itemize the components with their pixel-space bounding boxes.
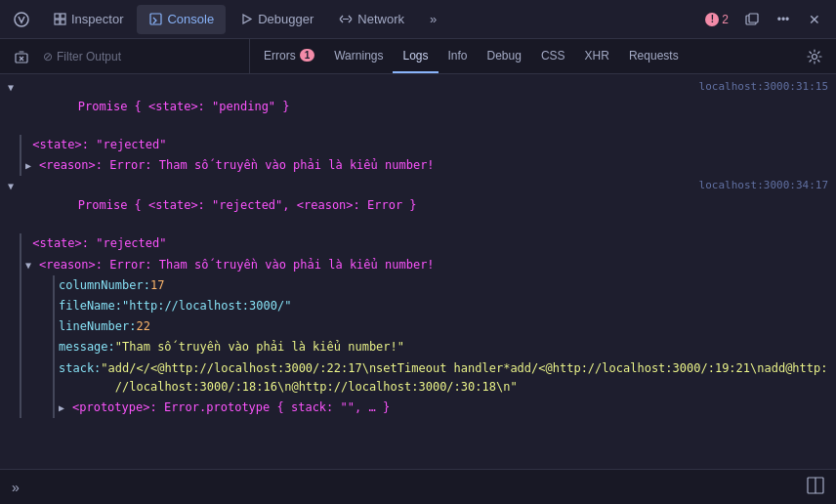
filter-input[interactable] xyxy=(57,50,213,63)
log-line-1b[interactable]: <reason>: Error: Tham số truyền vào phải… xyxy=(21,155,836,176)
log-group-2: Promise { <state>: "rejected", <reason>:… xyxy=(0,177,836,419)
prop-prototype[interactable]: <prototype>: Error.prototype { stack: ""… xyxy=(55,398,836,418)
svg-rect-4 xyxy=(61,20,65,24)
prop-col-key: columnNumber: xyxy=(59,276,150,295)
errors-badge: 1 xyxy=(300,49,315,62)
log-group-header-1[interactable]: Promise { <state>: "pending" } localhost… xyxy=(0,78,836,135)
expand-icon: » xyxy=(12,480,20,495)
filter-warnings-label: Warnings xyxy=(334,49,383,63)
close-btn[interactable]: ✕ xyxy=(801,6,828,33)
network-icon xyxy=(339,13,353,26)
reason-group-2: <reason>: Error: Tham số truyền vào phải… xyxy=(21,255,836,419)
filter-debug-label: Debug xyxy=(487,49,522,63)
filter-tab-css[interactable]: CSS xyxy=(531,39,575,73)
tab-network[interactable]: Network xyxy=(327,5,416,34)
new-window-btn[interactable] xyxy=(738,6,766,33)
toggle-arrow-1[interactable] xyxy=(8,80,21,93)
filter-logs-label: Logs xyxy=(402,49,428,63)
console-output: Promise { <state>: "pending" } localhost… xyxy=(0,74,836,469)
prop-stack-key: stack: xyxy=(59,359,101,378)
inspector-icon xyxy=(53,13,66,26)
tab-network-label: Network xyxy=(357,12,404,26)
filter-css-label: CSS xyxy=(541,49,565,63)
toolbar: ⊘ Errors 1 Warnings Logs Info Debug CSS … xyxy=(0,39,836,74)
prop-col-val: 17 xyxy=(150,276,164,295)
tab-console[interactable]: Console xyxy=(137,5,226,34)
filter-tab-debug[interactable]: Debug xyxy=(478,39,531,73)
log-location-1: localhost:3000:31:15 xyxy=(688,80,828,93)
settings-btn[interactable] xyxy=(801,43,828,70)
reason-properties-2: columnNumber: 17 fileName: "http://local… xyxy=(53,275,836,418)
svg-point-0 xyxy=(15,13,28,26)
prop-message-val: "Tham số truyền vào phải là kiểu number!… xyxy=(115,338,404,357)
svg-point-10 xyxy=(813,54,817,59)
bottom-bar: » xyxy=(0,469,836,504)
svg-marker-6 xyxy=(243,15,251,23)
expand-btn[interactable]: » xyxy=(12,480,20,495)
filter-tab-errors[interactable]: Errors 1 xyxy=(254,39,324,73)
prop-lineno: lineNumber: 22 xyxy=(55,316,836,337)
filter-tab-xhr[interactable]: XHR xyxy=(575,39,619,73)
log-state-1: <state>: "rejected" xyxy=(25,136,167,154)
error-badge: ! 2 xyxy=(699,11,734,28)
prop-filename-key: fileName: xyxy=(59,297,122,315)
prop-lineno-key: lineNumber: xyxy=(59,317,136,336)
svg-rect-5 xyxy=(150,14,161,24)
log-text-1: Promise { <state>: "pending" } xyxy=(78,100,290,113)
filter-tab-requests[interactable]: Requests xyxy=(619,39,689,73)
ellipsis-icon: ••• xyxy=(777,13,790,26)
prop-message-key: message: xyxy=(59,338,115,357)
reason-toggle-2 xyxy=(25,256,39,273)
log-group-header-2[interactable]: Promise { <state>: "rejected", <reason>:… xyxy=(0,177,836,233)
tab-more[interactable]: » xyxy=(418,5,448,34)
filter-requests-label: Requests xyxy=(629,49,679,63)
split-btn[interactable] xyxy=(807,477,824,497)
log-state-2: <state>: "rejected" xyxy=(25,234,167,253)
tab-debugger-label: Debugger xyxy=(258,12,314,26)
tab-bar-right: ! 2 ••• ✕ xyxy=(699,6,828,33)
prop-filename-val: "http://localhost:3000/" xyxy=(122,297,291,315)
reason-text-2: <reason>: Error: Tham số truyền vào phải… xyxy=(39,256,435,274)
tab-bar: Inspector Console Debugger Network » xyxy=(0,0,836,39)
toggle-arrow-2[interactable] xyxy=(8,179,21,191)
prop-message: message: "Tham số truyền vào phải là kiể… xyxy=(55,337,836,357)
prototype-text: <prototype>: Error.prototype { stack: ""… xyxy=(72,399,390,417)
prop-stack-val: "add/</<@http://localhost:3000/:22:17\ns… xyxy=(101,359,827,397)
log-reason-1: <reason>: Error: Tham số truyền vào phải… xyxy=(39,156,435,175)
filter-info-label: Info xyxy=(448,49,468,63)
svg-rect-1 xyxy=(55,14,60,19)
error-count: 2 xyxy=(722,13,729,26)
reason-header-2[interactable]: <reason>: Error: Tham số truyền vào phải… xyxy=(21,255,836,275)
prop-stack: stack: "add/</<@http://localhost:3000/:2… xyxy=(55,358,836,398)
prop-lineno-val: 22 xyxy=(136,317,149,336)
close-icon: ✕ xyxy=(809,12,820,27)
log-content-2: Promise { <state>: "rejected", <reason>:… xyxy=(21,179,688,231)
debugger-icon xyxy=(239,13,253,26)
svg-rect-3 xyxy=(55,20,60,24)
prototype-toggle xyxy=(59,399,72,416)
devtools-icon xyxy=(8,6,35,33)
prop-filename: fileName: "http://localhost:3000/" xyxy=(55,296,836,316)
tab-inspector[interactable]: Inspector xyxy=(41,5,135,34)
log-content-1: Promise { <state>: "pending" } xyxy=(21,80,688,133)
error-dot: ! xyxy=(705,13,719,26)
log-text-2: Promise { <state>: "rejected", <reason>:… xyxy=(78,198,417,212)
svg-rect-2 xyxy=(61,14,65,19)
more-options-btn[interactable]: ••• xyxy=(770,6,797,33)
log-line-1a: <state>: "rejected" xyxy=(21,135,836,155)
log-filters: Errors 1 Warnings Logs Info Debug CSS XH… xyxy=(250,39,801,73)
tab-debugger[interactable]: Debugger xyxy=(228,5,325,34)
tab-console-label: Console xyxy=(167,12,214,26)
prop-col: columnNumber: 17 xyxy=(55,275,836,296)
filter-errors-label: Errors xyxy=(264,49,296,63)
log-location-2: localhost:3000:34:17 xyxy=(688,179,828,191)
filter-tab-info[interactable]: Info xyxy=(439,39,478,73)
more-tabs-label: » xyxy=(430,12,437,26)
log-group-content-2: <state>: "rejected" <reason>: Error: Tha… xyxy=(20,233,836,418)
filter-tab-logs[interactable]: Logs xyxy=(393,39,438,73)
svg-rect-8 xyxy=(749,14,758,22)
filter-tab-warnings[interactable]: Warnings xyxy=(324,39,393,73)
tab-inspector-label: Inspector xyxy=(71,12,123,26)
filter-xhr-label: XHR xyxy=(585,49,609,63)
clear-button[interactable] xyxy=(8,43,35,70)
